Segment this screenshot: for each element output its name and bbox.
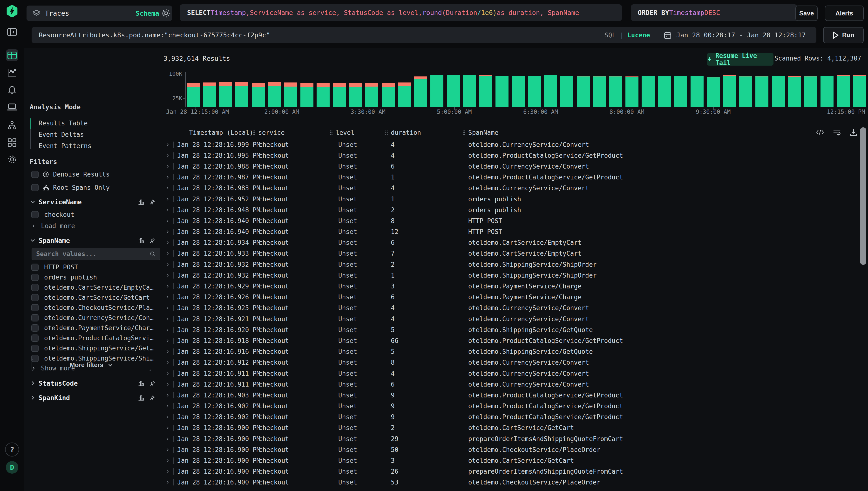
histogram-bar[interactable] xyxy=(674,76,687,107)
table-row[interactable]: Jan 28 12:28:16.988 PM checkout Unset 6 … xyxy=(160,161,855,172)
histogram-bar[interactable] xyxy=(707,77,720,107)
histogram-bar[interactable] xyxy=(398,83,411,107)
checkbox[interactable] xyxy=(31,324,38,331)
histogram-bar[interactable] xyxy=(544,75,557,107)
order-by-editor[interactable]: ORDER BY Timestamp DESC xyxy=(631,4,797,21)
histogram-bar[interactable] xyxy=(219,82,232,107)
histogram-bar[interactable] xyxy=(641,76,655,107)
histogram-bar[interactable] xyxy=(430,75,443,107)
column-timestamp[interactable]: Timestamp (Local) xyxy=(173,129,251,136)
expand-chevron-icon[interactable] xyxy=(160,328,173,332)
facet-value-item[interactable]: oteldemo.CheckoutService/Pla… xyxy=(31,305,154,311)
facet-value-item[interactable]: HTTP POST xyxy=(31,264,154,270)
table-row[interactable]: Jan 28 12:28:16.911 PM checkout Unset 4 … xyxy=(160,368,855,379)
facet-servicename[interactable]: ServiceName xyxy=(30,198,155,206)
expand-chevron-icon[interactable] xyxy=(160,393,173,398)
table-row[interactable]: Jan 28 12:28:16.952 PM checkout Unset 1 … xyxy=(160,194,855,204)
histogram-bar[interactable] xyxy=(528,76,541,107)
expand-chevron-icon[interactable] xyxy=(160,251,173,256)
expand-chevron-icon[interactable] xyxy=(160,349,173,354)
expand-chevron-icon[interactable] xyxy=(160,382,173,386)
code-view-icon[interactable] xyxy=(816,128,824,136)
user-avatar[interactable]: D xyxy=(6,461,18,474)
table-row[interactable]: Jan 28 12:28:16.925 PM checkout Unset 4 … xyxy=(160,302,855,314)
histogram-bar[interactable] xyxy=(739,76,752,107)
histogram-bar[interactable] xyxy=(609,76,622,107)
facet-pin-icon[interactable] xyxy=(149,237,155,243)
table-row[interactable]: Jan 28 12:28:16.995 PM checkout Unset 4 … xyxy=(160,150,855,161)
expand-chevron-icon[interactable] xyxy=(160,339,173,343)
time-range-picker[interactable]: Jan 28 00:28:17 - Jan 28 12:28:17 xyxy=(653,27,816,43)
hyperdx-logo[interactable] xyxy=(5,4,19,18)
expand-chevron-icon[interactable] xyxy=(160,273,173,278)
histogram-bar[interactable] xyxy=(382,83,395,107)
histogram-bar[interactable] xyxy=(365,83,378,107)
table-row[interactable]: Jan 28 12:28:16.900 PM checkout Unset 3 … xyxy=(160,455,855,466)
table-row[interactable]: Jan 28 12:28:16.902 PM checkout Unset 9 … xyxy=(160,401,855,412)
table-row[interactable]: Jan 28 12:28:16.921 PM checkout Unset 4 … xyxy=(160,314,855,324)
collapse-panel-icon[interactable] xyxy=(7,28,17,36)
expand-chevron-icon[interactable] xyxy=(160,175,173,179)
facet-value-item[interactable]: oteldemo.CurrencyService/Con… xyxy=(31,315,154,321)
table-row[interactable]: Jan 28 12:28:16.929 PM checkout Unset 3 … xyxy=(160,281,855,292)
expand-chevron-icon[interactable] xyxy=(160,469,173,474)
histogram-bar[interactable] xyxy=(755,76,769,107)
table-row[interactable]: Jan 28 12:28:16.912 PM checkout Unset 8 … xyxy=(160,357,855,368)
table-row[interactable]: Jan 28 12:28:16.900 PM checkout Unset 29… xyxy=(160,433,855,444)
expand-chevron-icon[interactable] xyxy=(160,447,173,452)
checkbox[interactable] xyxy=(31,345,38,352)
expand-chevron-icon[interactable] xyxy=(160,458,173,463)
expand-chevron-icon[interactable] xyxy=(160,262,173,267)
expand-chevron-icon[interactable] xyxy=(160,295,173,299)
histogram-bar[interactable] xyxy=(512,76,525,107)
expand-chevron-icon[interactable] xyxy=(160,415,173,419)
team-settings-icon[interactable] xyxy=(7,154,17,164)
facet-value-item[interactable]: oteldemo.CartService/GetCart xyxy=(31,294,154,301)
save-button[interactable]: Save xyxy=(796,5,818,21)
drag-handle-icon[interactable] xyxy=(462,130,465,135)
histogram-bar[interactable] xyxy=(235,82,248,107)
checkbox[interactable] xyxy=(31,264,38,271)
facet-chart-icon[interactable] xyxy=(138,395,144,401)
sql-select-editor[interactable]: SELECT Timestamp, ServiceName as service… xyxy=(180,4,622,21)
expand-chevron-icon[interactable] xyxy=(160,371,173,376)
expand-chevron-icon[interactable] xyxy=(160,317,173,321)
column-level[interactable]: level xyxy=(323,129,379,136)
table-row[interactable]: Jan 28 12:28:16.933 PM checkout Unset 7 … xyxy=(160,248,855,259)
table-row[interactable]: Jan 28 12:28:16.918 PM checkout Unset 66… xyxy=(160,335,855,346)
histogram-bar[interactable] xyxy=(414,77,427,107)
expand-chevron-icon[interactable] xyxy=(160,164,173,169)
histogram-bar[interactable] xyxy=(203,83,216,107)
table-row[interactable]: Jan 28 12:28:16.932 PM checkout Unset 1 … xyxy=(160,270,855,281)
expand-chevron-icon[interactable] xyxy=(160,306,173,310)
facet-value-item[interactable]: oteldemo.CartService/EmptyCa… xyxy=(31,284,154,291)
expand-chevron-icon[interactable] xyxy=(160,426,173,430)
histogram-bar[interactable] xyxy=(577,76,590,107)
mode-event-deltas[interactable]: Event Deltas xyxy=(30,129,155,140)
histogram-bar[interactable] xyxy=(788,76,801,107)
vertical-scrollbar[interactable] xyxy=(860,127,866,265)
facet-pin-icon[interactable] xyxy=(149,395,155,401)
histogram-bar[interactable] xyxy=(333,83,346,107)
facet-value-item[interactable]: oteldemo.ProductCatalogServi… xyxy=(31,335,154,341)
facet-chart-icon[interactable] xyxy=(138,380,144,386)
facet-pin-icon[interactable] xyxy=(149,199,155,205)
facet-pin-icon[interactable] xyxy=(149,380,155,386)
drag-handle-icon[interactable] xyxy=(385,130,388,135)
help-icon[interactable]: ? xyxy=(5,442,19,457)
table-row[interactable]: Jan 28 12:28:16.900 PM checkout Unset 2 … xyxy=(160,423,855,433)
expand-chevron-icon[interactable] xyxy=(160,284,173,288)
checkbox[interactable] xyxy=(31,284,38,291)
facet-value-item[interactable]: orders publish xyxy=(31,274,154,281)
column-service[interactable]: service xyxy=(251,129,323,136)
checkbox[interactable] xyxy=(31,184,38,191)
histogram-bar[interactable] xyxy=(300,83,313,107)
checkbox[interactable] xyxy=(31,314,38,321)
checkbox[interactable] xyxy=(31,294,38,301)
expand-chevron-icon[interactable] xyxy=(160,186,173,190)
chart-explorer-icon[interactable] xyxy=(7,68,17,77)
table-row[interactable]: Jan 28 12:28:16.926 PM checkout Unset 6 … xyxy=(160,292,855,302)
facet-spanname[interactable]: SpanName xyxy=(30,236,155,244)
checkbox[interactable] xyxy=(31,304,38,311)
expand-chevron-icon[interactable] xyxy=(160,208,173,212)
